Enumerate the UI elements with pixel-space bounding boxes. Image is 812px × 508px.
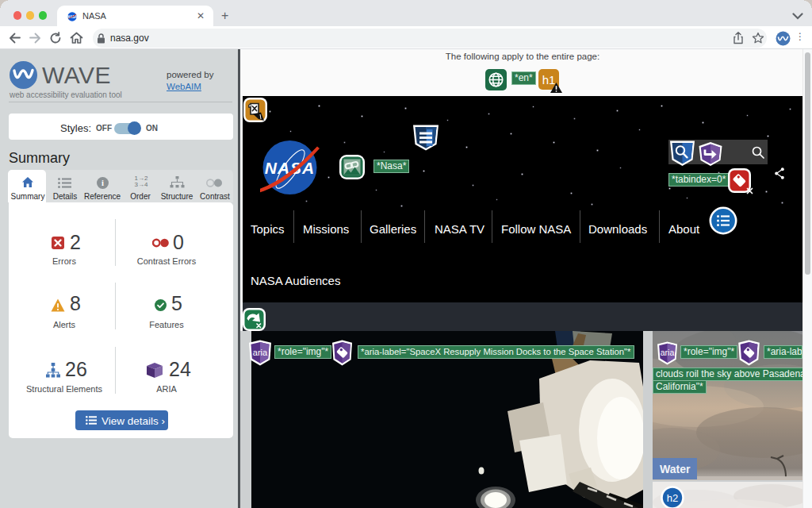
svg-text:aria: aria <box>661 348 675 357</box>
svg-text:i: i <box>102 179 104 187</box>
svg-text:h2: h2 <box>667 492 678 504</box>
svg-text:aria: aria <box>253 348 268 357</box>
